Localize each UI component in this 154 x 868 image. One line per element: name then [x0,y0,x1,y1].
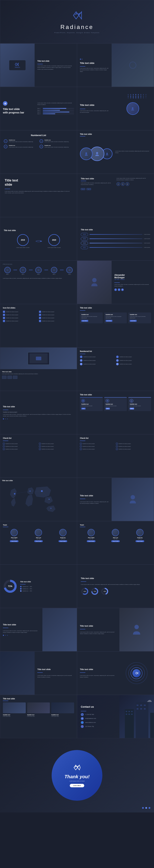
alex-role: Job Title [36,538,41,539]
slide-text-image2: Title text slide Lorem ipsum dolor sit a… [77,608,154,651]
check-icon-1: ✓ [3,311,5,313]
andy2-avatar [136,529,144,536]
slide-timeline: Title text slide 2019 Lorem ipsum dolor … [0,217,77,260]
card2-btn-2[interactable]: More [106,408,110,409]
num-item-3: 03 Subtitle textLorem ipsum dolor sit am… [40,139,73,143]
alex2-btn[interactable]: View Profile [111,540,120,542]
cards2-title: Title text slide [80,394,151,396]
slide-circles: Title text slide Lorem ipsum dolor sit a… [77,130,154,174]
slide-text-image4: Title text slide Lorem ipsum dolor sit a… [77,651,154,695]
card-btn-1[interactable]: Learn More [81,320,88,322]
card-btn-2[interactable]: Learn More [106,320,112,322]
numbered-list2-item-4: 4 Subtitle text about project [116,359,151,362]
slide-timeline2: Title text slide 2018 Lorem ipsum 2019 L… [77,217,154,260]
team2-member-alice: Alice Stark Job Title View Profile [80,529,102,542]
contact-items: 📞 +1 234 567 890 ✉ info@radiance.com 🌐 w… [81,713,116,728]
cards-subtitle-grid: Subtitle text Lorem ipsum dolor sit amet… [80,312,151,323]
svg-rect-35 [125,709,134,738]
donut2-rings: 60% 75% 45% [81,587,150,595]
subtitle-project-dots [3,418,74,420]
slide-team2: Team Alice Stark Job Title View Profile … [77,521,154,564]
alice2-btn[interactable]: View Profile [87,540,96,542]
cards-bottom-3: Subtitle text Lorem ipsum dolor [51,703,74,717]
check1-3: ✓ Subtitle text about project [3,445,38,447]
text-image3-placeholder [0,652,34,695]
slide-map1: Title text slide [0,478,77,521]
team1-member-andy: Andy Fry Job Title View Profile [52,529,74,542]
checklist2-title: Check list [80,437,151,439]
card2-btn-1[interactable]: More [81,408,85,409]
svg-point-20 [50,508,51,509]
check1-6: ✓ Subtitle text about project [39,448,74,450]
content-icon-1: 1 [117,182,120,186]
card-btn-3[interactable]: Learn More [130,320,136,322]
numbered-list2-item-6: 6 Subtitle text about project [116,363,151,365]
num-item-1: 01 Subtitle textLorem ipsum dolor sit am… [4,139,38,143]
card2-btn-3[interactable]: More [130,408,134,409]
progress-bar-2: Item 2 [37,110,74,111]
andy-btn[interactable]: View Profile [58,540,67,542]
title-image-photo [111,478,154,521]
svg-point-3 [130,62,136,68]
slide-team1: Team Alice Stark Job Title View Profile … [0,521,77,564]
circles-group [80,147,112,161]
card2-2: Subtitle text Lorem ipsum dolor sit amet… [104,397,127,411]
contact-title: Contact us [81,705,116,708]
donut-items: Subtitle text — 30% Subtitle text — 50% … [20,586,74,592]
slide-title-content: Title text slide Lorem ipsum dolor sit a… [77,174,154,217]
web-icon: 🌐 [81,721,84,724]
alex-avatar [35,529,42,536]
phone-icon: 📞 [81,713,84,716]
title-content-left: Title text slide Lorem ipsum dolor sit a… [81,178,115,190]
text-image4-content: Title text slide Lorem ipsum dolor sit a… [77,652,120,695]
svg-rect-45 [140,705,142,706]
slide-image-text: Title text slide Lorem ipsum dolor sit a… [0,347,77,391]
svg-point-5 [5,103,6,104]
person-bio: Lorem ipsum dolor sit amet, consectetur … [114,284,151,287]
card-subtitle-3: Subtitle text Lorem ipsum dolor sit amet… [128,312,151,323]
text-image3-title: Title text slide [37,668,74,671]
andy2-btn[interactable]: View Profile [135,540,144,542]
thankyou-button[interactable]: Learn More [70,784,84,787]
svg-point-14 [107,400,108,402]
alex2-avatar [112,529,119,536]
alice-btn[interactable]: View Profile [10,540,19,542]
text-image3-content: Title text slide Lorem ipsum dolor sit a… [34,652,77,695]
card-subtitle-1: Subtitle text Lorem ipsum dolor sit amet… [80,312,103,323]
contact-email: ✉ info@radiance.com [81,717,116,720]
ring-3: 45% [101,587,109,595]
andy-name: Andy Fry [60,537,66,538]
concentric-rings [126,662,148,684]
thankyou-sub: Lorem ipsum dolor sit amet [69,780,85,782]
dots-left: Title text slide Lorem ipsum dolor sit a… [77,87,111,130]
alex-btn[interactable]: View Profile [34,540,43,542]
slide-title-right: Title text slide Lorem ipsum dolor sit a… [77,43,154,87]
card-bottom-img-3 [51,703,74,713]
svg-point-8 [96,152,98,154]
donut-item-3: Subtitle text — 20% [20,590,74,592]
cards-subtitle-title: Title text slide [80,307,151,309]
progress-body: Lorem ipsum dolor sit amet, consectetur … [37,102,74,105]
cards-bottom-1: Subtitle text Lorem ipsum dolor [3,703,26,717]
subtitle-project-sub: Subtitle text about project [3,411,74,413]
slide-cards-bottom: Title text slide Subtitle text Lorem ips… [0,695,77,738]
slide-title-image: Title text slide Lorem ipsum dolor sit a… [77,478,154,521]
card2-icon-3 [130,399,133,403]
timeline2-items: 2018 Lorem ipsum 2019 Lorem ipsum 2020 L… [81,233,150,249]
svg-point-11 [92,278,97,282]
corner-dot-2 [145,807,147,809]
cover-title: Radiance [60,24,94,30]
svg-marker-34 [135,672,138,674]
process-circles: 01 Step 1 02 Step 2 03 Step 3 04 Step 4 … [3,267,74,275]
dot-inactive-2 [7,418,8,420]
check-icon-4: ✓ [39,314,41,316]
team2-title: Team [80,524,151,526]
card-bottom-img-2 [27,703,50,713]
about-content: Title text slide Lorem ipsum dolor sit a… [34,43,77,87]
contact-location: 📍 123 Street, City [81,725,116,728]
alice2-name: Alice Stark [88,537,95,538]
text-image1-photo [43,608,77,651]
ring-2: 75% [91,587,99,595]
slide-contact: Contact us 📞 +1 234 567 890 ✉ info@radia… [77,695,154,738]
thankyou-circle: Thank you! Lorem ipsum dolor sit amet Le… [52,750,102,801]
